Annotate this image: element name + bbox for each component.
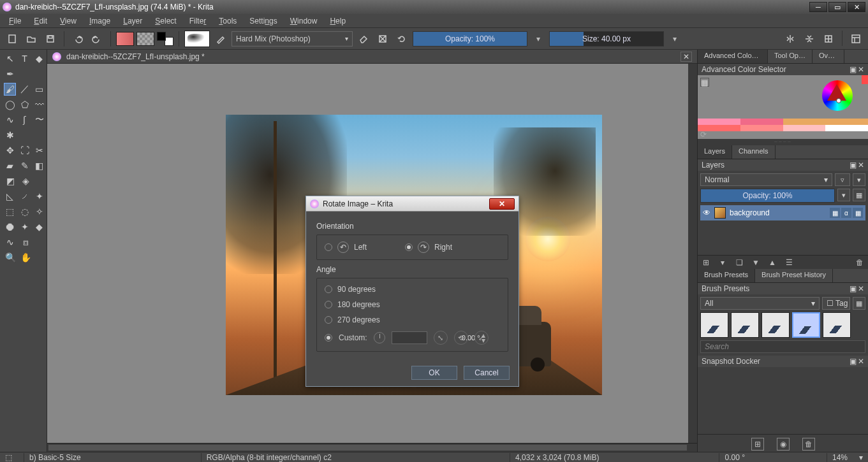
color-refresh-button[interactable]: ⟳ xyxy=(700,130,707,139)
menu-file[interactable]: File xyxy=(3,15,27,27)
close-doc-button[interactable]: ✕ xyxy=(680,52,692,62)
brush-filter-combo[interactable]: All▾ xyxy=(700,297,820,310)
layer-alpha-icon[interactable]: α xyxy=(841,208,851,218)
layer-opacity-slider[interactable]: Opacity: 100% xyxy=(700,189,835,203)
layer-item-background[interactable]: 👁 background ▦ α ▦ xyxy=(700,205,865,220)
tool-fill[interactable]: ▰ xyxy=(4,159,16,172)
move-up-button[interactable]: ▲ xyxy=(767,257,778,268)
scrollbar-vertical[interactable] xyxy=(688,64,697,443)
open-file-button[interactable] xyxy=(23,31,40,47)
tool-line[interactable]: ／ xyxy=(18,83,31,96)
angle-180-radio[interactable]: 180 degrees xyxy=(325,300,500,309)
angle-spinbox[interactable]: ▴▾ xyxy=(392,331,427,344)
snapshot-camera-button[interactable]: ◉ xyxy=(777,438,790,451)
tool-gradient[interactable]: ◧ xyxy=(33,159,45,172)
tool-transform-tool[interactable]: ⛶ xyxy=(18,144,31,157)
snap-opposite-button[interactable]: ⤢ xyxy=(474,331,489,345)
tab-advanced-color[interactable]: Advanced Color Sele… xyxy=(698,50,768,63)
snapshot-add-button[interactable]: ⊞ xyxy=(751,438,764,451)
menu-tools[interactable]: Tools xyxy=(212,15,243,27)
ok-button[interactable]: OK xyxy=(411,366,457,380)
float-docker-button[interactable]: ▣ xyxy=(850,161,857,170)
brush-search-input[interactable]: Search xyxy=(700,340,865,353)
menu-select[interactable]: Select xyxy=(149,15,182,27)
dialog-titlebar[interactable]: Rotate Image – Krita ✕ xyxy=(306,196,519,212)
size-caret[interactable]: ▾ xyxy=(666,31,683,47)
tab-channels[interactable]: Channels xyxy=(732,145,775,159)
tool-select-ellipse[interactable]: ◌ xyxy=(18,205,31,218)
tool-select-magnetic[interactable]: ⧈ xyxy=(19,236,32,249)
tool-move[interactable]: ✥ xyxy=(4,144,16,157)
layer-blend-combo[interactable]: Normal▾ xyxy=(700,173,832,186)
document-tab[interactable]: dan-kreibich--5ZCZF7_LfI-unsplash.jpg * … xyxy=(47,50,697,64)
fg-bg-color[interactable] xyxy=(157,32,173,46)
float-docker-button[interactable]: ▣ xyxy=(850,65,857,74)
menu-window[interactable]: Window xyxy=(284,15,324,27)
menu-settings[interactable]: Settings xyxy=(243,15,283,27)
tool-zoom[interactable]: 🔍 xyxy=(4,251,17,264)
tool-measure[interactable]: ⟋ xyxy=(18,190,31,203)
tool-picker[interactable]: ✎ xyxy=(18,159,31,172)
move-down-button[interactable]: ▼ xyxy=(750,257,761,268)
tool-bezier[interactable]: ∿ xyxy=(4,113,16,126)
duplicate-layer-button[interactable]: ❏ xyxy=(733,257,745,268)
tab-overview[interactable]: Over… xyxy=(813,50,844,63)
orientation-right-radio[interactable]: ↷ Right xyxy=(405,242,452,253)
brush-preset-3[interactable] xyxy=(761,312,790,338)
tab-tool-options[interactable]: Tool Opt… xyxy=(768,50,813,63)
preset-view-button[interactable]: ▦ xyxy=(853,297,865,310)
tool-transform[interactable]: ↖ xyxy=(4,52,16,65)
new-file-button[interactable] xyxy=(4,31,20,47)
opacity-slider[interactable]: Opacity: 100% xyxy=(413,31,527,47)
maximize-button[interactable]: ▭ xyxy=(828,2,846,12)
snap-flip-button[interactable]: ⤡ xyxy=(434,331,448,345)
layer-opacity-caret[interactable]: ▾ xyxy=(837,189,850,201)
tool-freehand-path[interactable]: ʃ xyxy=(18,113,31,126)
close-docker-button[interactable]: ✕ xyxy=(858,161,864,170)
tool-edit-shape[interactable]: ◆ xyxy=(33,52,45,65)
wrap-button[interactable] xyxy=(820,31,837,47)
close-docker-button[interactable]: ✕ xyxy=(858,65,864,74)
tab-brush-presets[interactable]: Brush Presets xyxy=(698,269,755,282)
close-app-button[interactable]: ✕ xyxy=(848,2,865,12)
mirror-v-button[interactable] xyxy=(801,31,818,47)
redo-button[interactable] xyxy=(89,31,105,47)
tool-select-freehand[interactable]: ✧ xyxy=(33,205,45,218)
dialog-close-button[interactable]: ✕ xyxy=(489,198,515,210)
tool-pan[interactable]: ✋ xyxy=(19,251,32,264)
pattern-swatch[interactable] xyxy=(136,32,154,46)
layer-extra-button[interactable]: ▦ xyxy=(853,189,865,201)
brush-preset-4[interactable] xyxy=(792,312,820,338)
layer-props-icon[interactable]: ▦ xyxy=(830,208,840,218)
menu-image[interactable]: Image xyxy=(83,15,117,27)
color-selector[interactable]: ▦ ⟳ xyxy=(698,75,868,139)
tool-multibrush[interactable]: ✱ xyxy=(4,129,17,141)
drag-handle[interactable]: ┄┄┄┄ xyxy=(698,139,868,145)
add-layer-caret[interactable]: ▾ xyxy=(717,257,728,268)
save-button[interactable] xyxy=(42,31,59,47)
menu-filter[interactable]: Filter xyxy=(183,15,213,27)
brush-preview[interactable] xyxy=(184,31,210,47)
layer-props-button[interactable]: ☰ xyxy=(783,257,795,268)
tool-calligraphy[interactable]: ✒ xyxy=(4,68,17,80)
reload-preset-button[interactable] xyxy=(394,31,410,47)
tool-select-rect[interactable]: ⬚ xyxy=(4,205,16,218)
close-docker-button[interactable]: ✕ xyxy=(858,357,864,366)
visibility-icon[interactable]: 👁 xyxy=(703,208,710,217)
float-docker-button[interactable]: ▣ xyxy=(850,357,857,366)
size-slider[interactable]: Size: 40.00 px xyxy=(549,31,664,47)
menu-help[interactable]: Help xyxy=(323,15,352,27)
angle-90-radio[interactable]: 90 degrees xyxy=(325,285,500,294)
tool-reference[interactable]: ✦ xyxy=(33,190,45,203)
zoom-caret[interactable]: ▾ xyxy=(859,453,863,462)
brush-preset-1[interactable] xyxy=(700,312,728,338)
tool-rect[interactable]: ▭ xyxy=(33,83,45,96)
blend-mode-combo[interactable]: Hard Mix (Photoshop) ▾ xyxy=(232,31,353,47)
tool-dynamic[interactable]: 〜 xyxy=(33,113,45,126)
tool-crop[interactable]: ✂ xyxy=(33,144,45,157)
layer-lock-icon[interactable]: ▦ xyxy=(853,208,863,218)
angle-dial[interactable] xyxy=(374,332,385,343)
delete-layer-button[interactable]: 🗑 xyxy=(854,257,865,268)
tool-assist[interactable]: ◺ xyxy=(4,190,16,203)
menu-view[interactable]: View xyxy=(54,15,83,27)
